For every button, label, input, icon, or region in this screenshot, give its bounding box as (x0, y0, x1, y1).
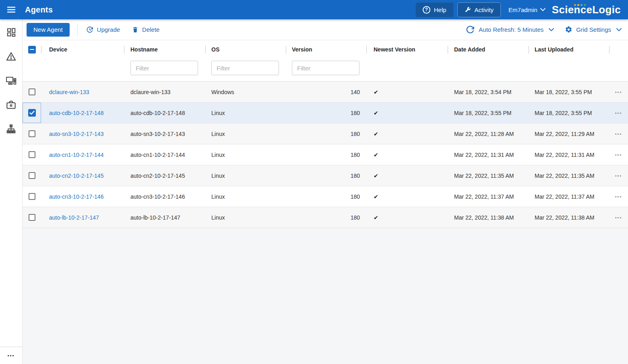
row-checkbox[interactable] (28, 109, 36, 117)
newest-version-check-icon: ✔ (374, 89, 378, 95)
device-link[interactable]: dclaure-win-133 (49, 89, 89, 95)
table-row: dclaure-win-133 dclaure-win-133 Windows … (23, 82, 628, 103)
last-uploaded-cell: Mar 22, 2022, 11:35 AM (529, 165, 609, 186)
activity-button-label: Activity (475, 6, 494, 13)
auto-refresh-chevron-icon[interactable] (549, 28, 554, 31)
checkbox-check-icon (29, 111, 35, 115)
os-cell: Linux (205, 144, 286, 165)
grid-settings-label[interactable]: Grid Settings (576, 26, 611, 33)
table-row: auto-cn2-10-2-17-145 auto-cn2-10-2-17-14… (23, 165, 628, 186)
os-cell: Linux (205, 123, 286, 144)
grid-settings-chevron-icon[interactable] (616, 28, 622, 31)
last-uploaded-cell: Mar 22, 2022, 11:31 AM (529, 144, 609, 165)
select-all-checkbox[interactable] (28, 46, 36, 53)
row-actions-button[interactable]: ••• (609, 103, 628, 123)
row-checkbox-cell (23, 82, 41, 102)
newest-version-check-icon: ✔ (374, 173, 378, 179)
newest-version-check-icon: ✔ (374, 131, 378, 137)
hostname-cell: dclaure-win-133 (124, 82, 205, 102)
date-added-cell: Mar 22, 2022, 11:31 AM (448, 144, 529, 165)
row-checkbox[interactable] (29, 214, 35, 221)
row-actions-button[interactable]: ••• (609, 207, 628, 228)
column-header-version[interactable]: Version (286, 40, 366, 59)
sidebar-item-dashboards[interactable] (3, 24, 19, 40)
column-header-device[interactable]: Device (41, 40, 124, 59)
row-checkbox[interactable] (29, 151, 35, 158)
table-row: auto-cdb-10-2-17-148 auto-cdb-10-2-17-14… (23, 103, 628, 123)
device-link[interactable]: auto-cdb-10-2-17-148 (49, 110, 103, 116)
version-cell: 180 (286, 123, 366, 144)
row-checkbox[interactable] (29, 88, 35, 95)
version-cell: 180 (286, 186, 366, 207)
row-checkbox[interactable] (29, 172, 35, 179)
row-actions-button[interactable]: ••• (609, 123, 628, 144)
column-header-newest-version[interactable]: Newest Version (366, 40, 448, 59)
hostname-filter-input[interactable] (130, 61, 198, 75)
top-navigation-bar: Agents ? Help Activity Em7admin ScienceL… (0, 0, 628, 19)
version-cell: 140 (286, 82, 366, 102)
delete-button[interactable]: Delete (132, 26, 159, 33)
gear-icon[interactable] (565, 26, 572, 33)
device-link[interactable]: auto-cn1-10-2-17-144 (49, 152, 103, 158)
select-all-cell (23, 40, 41, 59)
last-uploaded-cell: Mar 22, 2022, 11:37 AM (529, 186, 609, 207)
hostname-cell: auto-sn3-10-2-17-143 (124, 123, 205, 144)
sidebar-item-devices[interactable] (3, 72, 19, 88)
network-map-icon (6, 123, 17, 134)
os-cell: Linux (205, 186, 286, 207)
sidebar-more-button[interactable]: ••• (0, 347, 22, 364)
user-menu[interactable]: Em7admin (508, 6, 545, 13)
new-agent-button[interactable]: New Agent (27, 23, 70, 37)
help-icon: ? (423, 6, 430, 14)
hostname-cell: auto-cdb-10-2-17-148 (124, 103, 205, 123)
main-content: New Agent Upgrade (23, 19, 628, 364)
column-header-date-added[interactable]: Date Added (448, 40, 529, 59)
column-header-os[interactable]: OS (205, 40, 286, 59)
row-actions-button[interactable]: ••• (609, 165, 628, 186)
version-cell: 180 (286, 103, 366, 123)
os-filter-input[interactable] (211, 61, 279, 75)
sidebar-item-maps[interactable] (3, 121, 19, 137)
table-filter-row (23, 59, 628, 82)
row-actions-button[interactable]: ••• (609, 186, 628, 207)
table-row: auto-sn3-10-2-17-143 auto-sn3-10-2-17-14… (23, 123, 628, 144)
upgrade-button-label: Upgrade (97, 26, 120, 33)
os-cell: Linux (205, 165, 286, 186)
device-link[interactable]: auto-cn3-10-2-17-146 (49, 193, 103, 200)
warning-triangle-icon (6, 51, 17, 62)
delete-button-label: Delete (142, 26, 159, 33)
date-added-cell: Mar 22, 2022, 11:37 AM (448, 186, 529, 207)
sidebar-item-events[interactable] (3, 48, 19, 64)
menu-icon[interactable] (0, 5, 23, 14)
newest-version-check-icon: ✔ (374, 193, 378, 200)
auto-refresh-label[interactable]: Auto Refresh: 5 Minutes (479, 26, 543, 33)
auto-refresh-icon[interactable] (466, 25, 475, 34)
column-header-last-uploaded[interactable]: Last Uploaded (529, 40, 609, 59)
table-row: auto-lb-10-2-17-147 auto-lb-10-2-17-147 … (23, 207, 628, 228)
last-uploaded-cell: Mar 18, 2022, 3:55 PM (529, 82, 609, 102)
row-checkbox-cell (23, 144, 41, 165)
activity-button[interactable]: Activity (457, 2, 501, 17)
row-actions-button[interactable]: ••• (609, 82, 628, 102)
device-link[interactable]: auto-lb-10-2-17-147 (49, 214, 99, 221)
device-link[interactable]: auto-cn2-10-2-17-145 (49, 173, 103, 179)
os-cell: Linux (205, 103, 286, 123)
dashboards-icon (6, 27, 17, 37)
table-header-row: Device Hostname OS Version Newest Versio… (23, 40, 628, 59)
chevron-down-icon (540, 8, 545, 11)
logo-g-dot (608, 10, 610, 12)
help-button[interactable]: ? Help (415, 2, 454, 17)
newest-version-check-icon: ✔ (374, 110, 378, 116)
device-link[interactable]: auto-sn3-10-2-17-143 (49, 131, 103, 137)
column-header-hostname[interactable]: Hostname (124, 40, 205, 59)
page-title: Agents (25, 5, 53, 14)
version-cell: 180 (286, 165, 366, 186)
version-filter-input[interactable] (292, 61, 359, 75)
sidebar-item-business-services[interactable] (3, 97, 19, 113)
briefcase-icon (6, 99, 17, 110)
date-added-cell: Mar 18, 2022, 3:54 PM (448, 82, 529, 102)
row-checkbox[interactable] (29, 193, 35, 200)
row-actions-button[interactable]: ••• (609, 144, 628, 165)
row-checkbox[interactable] (29, 130, 35, 137)
upgrade-button[interactable]: Upgrade (86, 26, 120, 33)
